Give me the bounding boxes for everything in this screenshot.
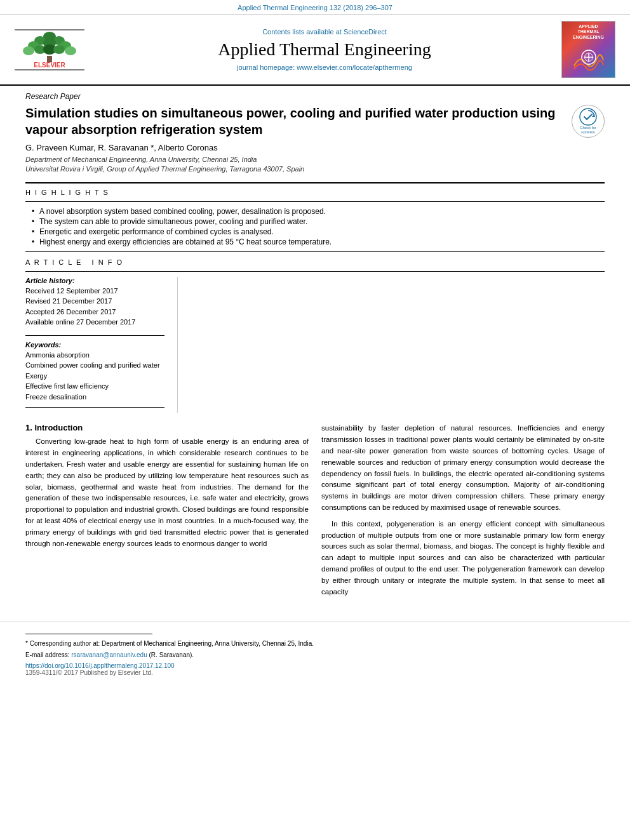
divider-after-affiliations — [25, 182, 605, 183]
available-date: Available online 27 December 2017 — [25, 317, 164, 328]
highlight-item-3: Energetic and exergetic performance of c… — [32, 227, 605, 236]
body-left-col: 1. Introduction Converting low-grade hea… — [25, 423, 309, 603]
affiliation2: Universitat Rovira i Virgili, Group of A… — [25, 164, 605, 174]
svg-text:ELSEVIER: ELSEVIER — [34, 62, 65, 69]
accepted-date: Accepted 26 December 2017 — [25, 307, 164, 317]
elsevier-logo-area: ELSEVIER — [11, 29, 88, 70]
highlight-item-1: A novel absorption system based combined… — [32, 207, 605, 216]
keywords-list: Ammonia absorption Combined power coolin… — [25, 350, 164, 403]
section1-title: 1. Introduction — [25, 423, 309, 432]
history-label: Article history: — [25, 277, 164, 284]
keyword-4: Effective first law efficiency — [25, 381, 164, 392]
cover-graphic — [570, 43, 608, 75]
main-content: Research Paper Simulation studies on sim… — [0, 86, 630, 615]
highlights-bottom-divider — [25, 251, 605, 252]
section1-para3: In this context, polygeneration is an en… — [321, 519, 605, 598]
check-updates-badge[interactable]: Check for updates — [572, 105, 605, 138]
highlights-section: H I G H L I G H T S A novel absorption s… — [25, 189, 605, 252]
footnote2: E-mail address: rsaravanan@annauniv.edu … — [25, 651, 605, 660]
header-banner: ELSEVIER Contents lists available at Sci… — [0, 14, 630, 86]
affiliation1: Department of Mechanical Engineering, An… — [25, 155, 605, 164]
svg-point-10 — [53, 45, 65, 54]
journal-top-link[interactable]: Applied Thermal Engineering 132 (2018) 2… — [0, 0, 630, 14]
keyword-2: Combined power cooling and purified wate… — [25, 360, 164, 371]
affiliations: Department of Mechanical Engineering, An… — [25, 155, 605, 175]
svg-point-11 — [65, 46, 76, 55]
article-type: Research Paper — [25, 92, 605, 101]
body-text-area — [178, 277, 605, 413]
journal-cover-area: AppliedThermalEngineering — [561, 21, 619, 78]
doi-link[interactable]: https://doi.org/10.1016/j.applthermaleng… — [25, 662, 605, 669]
journal-title: Applied Thermal Engineering — [94, 39, 555, 60]
check-updates-text: Check for updates — [580, 126, 596, 134]
footnote1: * Corresponding author at: Department of… — [25, 639, 605, 648]
journal-doi-link[interactable]: Applied Thermal Engineering 132 (2018) 2… — [238, 4, 392, 11]
article-title-row: Simulation studies on simultaneous power… — [25, 105, 605, 138]
keyword-5: Freeze desalination — [25, 392, 164, 403]
check-updates-icon — [579, 108, 597, 126]
keywords-label: Keywords: — [25, 341, 164, 349]
highlight-item-2: The system can able to provide simultane… — [32, 217, 605, 226]
highlights-list: A novel absorption system based combined… — [32, 207, 605, 246]
received-date: Received 12 September 2017 — [25, 286, 164, 297]
article-info-body: Article history: Received 12 September 2… — [25, 277, 605, 413]
highlight-item-4: Highest energy and exergy efficiencies a… — [32, 237, 605, 246]
info-divider-1 — [25, 335, 164, 336]
page: Applied Thermal Engineering 132 (2018) 2… — [0, 0, 630, 840]
keywords-section: Keywords: Ammonia absorption Combined po… — [25, 341, 164, 403]
keyword-3: Exergy — [25, 371, 164, 382]
section1-para2: sustainability by faster depletion of na… — [321, 423, 605, 514]
copyright-text: 1359-4311/© 2017 Published by Elsevier L… — [25, 669, 605, 676]
article-history: Article history: Received 12 September 2… — [25, 277, 164, 328]
email-link[interactable]: rsaravanan@annauniv.edu — [71, 651, 147, 658]
history-dates: Received 12 September 2017 Revised 21 De… — [25, 286, 164, 328]
body-right-col: sustainability by faster depletion of na… — [321, 423, 605, 603]
section1-para1: Converting low-grade heat to high form o… — [25, 436, 309, 549]
svg-point-7 — [23, 46, 34, 55]
article-info-divider — [25, 271, 605, 272]
article-title: Simulation studies on simultaneous power… — [25, 105, 565, 138]
highlights-top-divider — [25, 201, 605, 202]
header-center: Contents lists available at ScienceDirec… — [94, 28, 555, 71]
revised-date: Revised 21 December 2017 — [25, 296, 164, 307]
elsevier-logo: ELSEVIER — [15, 29, 84, 70]
sciencedirect-label: Contents lists available at ScienceDirec… — [94, 28, 555, 36]
journal-cover: AppliedThermalEngineering — [561, 21, 615, 78]
cover-text: AppliedThermalEngineering — [573, 24, 604, 40]
footer-section: * Corresponding author at: Department of… — [0, 622, 630, 676]
highlights-header: H I G H L I G H T S — [25, 189, 605, 196]
body-columns: 1. Introduction Converting low-grade hea… — [25, 423, 605, 603]
footer-divider — [25, 634, 152, 634]
keyword-1: Ammonia absorption — [25, 350, 164, 361]
journal-homepage: journal homepage: www.elsevier.com/locat… — [94, 63, 555, 71]
article-info-col: Article history: Received 12 September 2… — [25, 277, 178, 413]
info-divider-2 — [25, 407, 164, 408]
authors: G. Praveen Kumar, R. Saravanan *, Albert… — [25, 143, 605, 152]
article-info-header: A R T I C L E I N F O — [25, 258, 605, 266]
